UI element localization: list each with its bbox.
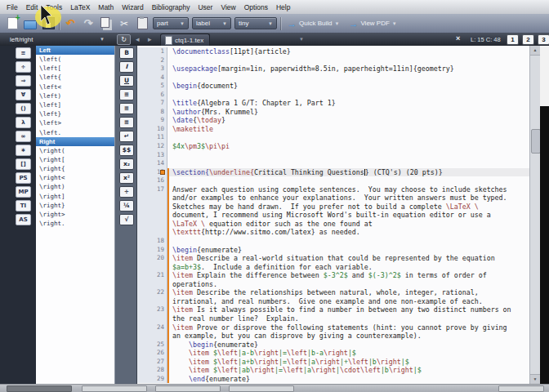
new-document-button[interactable]	[5, 16, 20, 31]
reference-combo[interactable]: label ▼	[192, 17, 231, 29]
structure-icon[interactable]: ≡	[16, 47, 31, 59]
editor-line[interactable]: the real number line? Explain.	[137, 314, 529, 323]
line-break-icon[interactable]: ↵	[119, 131, 134, 142]
list-item[interactable]: \right>	[36, 210, 114, 219]
editor-line[interactable]: 3\usepackage[margin=1in, paperwidth=8.5i…	[137, 65, 529, 74]
list-item[interactable]: \right[	[36, 155, 114, 164]
metapost-icon[interactable]: MP	[16, 186, 31, 198]
editor-line[interactable]: 2	[137, 56, 529, 65]
bookmark-button-1[interactable]: 1	[507, 34, 519, 45]
editor-line[interactable]: Sketches may be hand drawn. If you prefe…	[137, 203, 529, 212]
editor-line[interactable]: 25 \begin{enumerate}	[137, 341, 529, 350]
scroll-down-icon[interactable]: ▼	[530, 374, 540, 384]
editor-line[interactable]: an example, but you can disprove by givi…	[137, 332, 529, 341]
close-document-icon[interactable]: ×	[456, 34, 460, 42]
arrow-symbols-icon[interactable]: ⇒	[16, 75, 31, 87]
document-tab[interactable]: ctq1-1.tex	[160, 33, 210, 46]
favourite-symbols-icon[interactable]: ∗	[16, 145, 31, 156]
editor-line[interactable]: 1\documentclass[11pt]{article}	[137, 47, 529, 56]
menu-latex[interactable]: LaTeX	[66, 1, 94, 14]
list-item[interactable]: \left)	[36, 91, 114, 100]
editor-line[interactable]: 5\begin{document}	[137, 82, 529, 91]
asymptote-icon[interactable]: AS	[16, 214, 31, 225]
sectioning-combo[interactable]: part ▼	[153, 17, 189, 29]
editor-line[interactable]: 12$4x\pm3$\pi\pi	[137, 142, 529, 151]
list-item[interactable]: \left>	[36, 118, 114, 127]
align-center-icon[interactable]: ≡	[119, 103, 134, 114]
editor-line[interactable]: 15\section{\underline{Critical Thinking …	[137, 168, 529, 177]
editor-line[interactable]: 7\title{Algebra 1 G/T: Chapter 1, Part 1…	[137, 99, 529, 108]
editor-line[interactable]: 11	[137, 133, 529, 142]
menu-options[interactable]: Options	[240, 1, 272, 14]
align-right-icon[interactable]: ≡	[119, 117, 134, 128]
taskbar-button[interactable]	[7, 385, 72, 392]
taskbar-button[interactable]	[229, 385, 294, 392]
font-size-combo[interactable]: tiny ▼	[234, 17, 277, 29]
view-pdf-button[interactable]: → View PDF ▼	[346, 19, 399, 29]
align-left-icon[interactable]: ≡	[119, 89, 134, 100]
editor-line[interactable]: 28 \item $\left|ab\right|=\left|a\right|…	[137, 366, 529, 375]
editor-line[interactable]: \LaTeX \ equation editor such as the one…	[137, 220, 529, 229]
bold-icon[interactable]: B	[119, 47, 134, 59]
editor-line[interactable]: 9\date{\today}	[137, 116, 529, 125]
subscript-icon[interactable]: x₂	[119, 158, 134, 170]
menu-view[interactable]: View	[216, 1, 239, 14]
editor-line[interactable]: operations.	[137, 280, 529, 289]
quick-build-button[interactable]: → Quick Build ▼	[284, 19, 342, 29]
editor-line[interactable]: 8\author{Mrs. Krummel}	[137, 108, 529, 117]
scroll-up-icon[interactable]: ▲	[530, 46, 540, 56]
cut-button[interactable]: ✂	[117, 16, 132, 31]
list-item[interactable]: \left[	[36, 64, 114, 73]
list-item[interactable]: \left}	[36, 109, 114, 118]
editor-line[interactable]: 16	[137, 176, 529, 185]
editor-line[interactable]: 24\item Prove or disprove the following …	[137, 323, 529, 332]
list-item[interactable]: \left.	[36, 128, 114, 137]
superscript-icon[interactable]: x²	[119, 172, 134, 184]
editor-scrollbar[interactable]: ▲ ▼	[529, 46, 540, 384]
taskbar-button[interactable]	[82, 385, 147, 392]
editor-line[interactable]: $a=b+3$. Include a definition for each v…	[137, 263, 529, 272]
inline-math-icon[interactable]: $$	[119, 145, 134, 156]
editor-line[interactable]: 18	[137, 237, 529, 246]
chevron-down-icon[interactable]: ▼	[100, 37, 105, 42]
editor-line[interactable]: \texttt{http://www.sitmo.com/latex} as n…	[137, 228, 529, 237]
save-button[interactable]	[41, 16, 56, 31]
relation-symbols-icon[interactable]: ÷	[16, 61, 31, 73]
list-item[interactable]: \right}	[36, 201, 114, 210]
editor-line[interactable]: 13	[137, 151, 529, 160]
redo-button[interactable]: ↷	[81, 16, 96, 31]
editor-line[interactable]: 14	[137, 159, 529, 168]
open-file-button[interactable]	[23, 16, 38, 31]
menu-wizard[interactable]: Wizard	[118, 1, 147, 14]
list-item[interactable]: \right]	[36, 192, 114, 201]
list-item[interactable]: \left]	[36, 100, 114, 109]
misc-symbols-icon[interactable]: ∀	[16, 89, 31, 100]
editor-line[interactable]: 10\maketitle	[137, 125, 529, 134]
bookmark-button-2[interactable]: 2	[522, 34, 534, 45]
frac-icon[interactable]: ÷	[119, 186, 134, 198]
list-item[interactable]: \left(	[36, 55, 114, 64]
previous-document-icon[interactable]: ◂	[136, 35, 140, 43]
bookmark-button-3[interactable]: 3	[538, 34, 549, 45]
greek-letters-icon[interactable]: λ	[16, 117, 31, 128]
menu-user[interactable]: User	[194, 1, 216, 14]
editor-line[interactable]: 6	[137, 91, 529, 100]
list-item[interactable]: \right{	[36, 164, 114, 173]
editor-line[interactable]: 17Answer each question using complete se…	[137, 185, 529, 194]
undo-button[interactable]: ↶	[63, 16, 78, 31]
paste-button[interactable]	[135, 16, 150, 31]
copy-button[interactable]	[99, 16, 114, 31]
list-item[interactable]: \left<	[36, 82, 114, 91]
menu-file[interactable]: File	[2, 1, 22, 14]
editor-line[interactable]: 20\item Describe a real-world situation …	[137, 254, 529, 263]
italic-icon[interactable]: I	[119, 61, 134, 73]
menu-edit[interactable]: Edit	[22, 1, 42, 14]
list-item[interactable]: \right<	[36, 173, 114, 182]
list-item[interactable]: \right(	[36, 146, 114, 155]
editor-line[interactable]: and/or examples to enhance your explanat…	[137, 194, 529, 203]
sqrt-icon[interactable]: √	[119, 214, 134, 225]
symbol-panel-selector[interactable]: left/right	[10, 36, 33, 43]
chevron-down-icon[interactable]: ▼	[299, 37, 304, 42]
dfrac-icon[interactable]: ¼	[119, 200, 134, 212]
menu-help[interactable]: Help	[272, 1, 294, 14]
